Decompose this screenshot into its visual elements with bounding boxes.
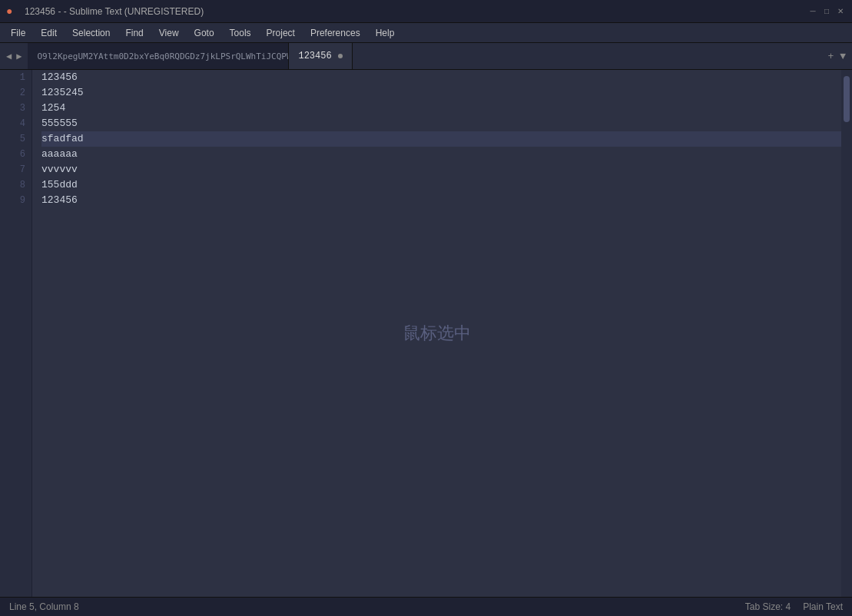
tab-list-button[interactable]: ▼ xyxy=(840,51,846,62)
file-encoding[interactable]: Plain Text xyxy=(803,601,843,612)
menu-project[interactable]: Project xyxy=(259,26,303,40)
tab-nav-left[interactable]: ◀ ▶ xyxy=(0,43,28,69)
app-icon: ● xyxy=(6,5,18,18)
line-number: 7 xyxy=(0,162,31,177)
close-button[interactable]: ✕ xyxy=(835,6,846,17)
menu-preferences[interactable]: Preferences xyxy=(303,26,368,40)
scrollbar-thumb[interactable] xyxy=(844,76,850,122)
new-tab-button[interactable]: + xyxy=(827,51,834,62)
menu-help[interactable]: Help xyxy=(368,26,403,40)
status-bar: Line 5, Column 8 Tab Size: 4 Plain Text xyxy=(0,597,852,616)
line-numbers: 123456789 xyxy=(0,70,32,597)
maximize-button[interactable]: □ xyxy=(821,6,832,17)
window-controls[interactable]: ─ □ ✕ xyxy=(807,6,846,17)
menu-file[interactable]: File xyxy=(3,26,33,40)
file-tab-long[interactable]: O9l2KpegUM2YAttm0D2bxYeBq0RQDGDz7jkLPSrQ… xyxy=(28,43,289,69)
cursor-position: Line 5, Column 8 xyxy=(9,601,79,612)
tab-arrow-right[interactable]: ▶ xyxy=(15,51,23,62)
file-tab-short-label: 123456 xyxy=(298,51,331,61)
title-bar: ● 123456 - - Sublime Text (UNREGISTERED)… xyxy=(0,0,852,23)
code-line[interactable]: 1254 xyxy=(41,101,841,116)
line-number: 8 xyxy=(0,177,31,193)
tab-bar-right[interactable]: + ▼ xyxy=(821,43,852,69)
line-number: 2 xyxy=(0,85,31,101)
code-line[interactable]: sfadfad xyxy=(41,131,841,147)
line-number: 9 xyxy=(0,193,31,208)
minimize-button[interactable]: ─ xyxy=(807,6,818,17)
code-line[interactable]: aaaaaa xyxy=(41,147,841,162)
tab-size[interactable]: Tab Size: 4 xyxy=(745,601,791,612)
code-line[interactable]: 123456 xyxy=(41,70,841,85)
status-right: Tab Size: 4 Plain Text xyxy=(745,601,843,612)
status-left: Line 5, Column 8 xyxy=(9,601,79,612)
center-text: 鼠标选中 xyxy=(403,322,471,345)
menu-tools[interactable]: Tools xyxy=(222,26,259,40)
menu-bar: File Edit Selection Find View Goto Tools… xyxy=(0,23,852,43)
code-line[interactable]: 555555 xyxy=(41,116,841,131)
editor-area[interactable]: 123456789 12345612352451254555555sfadfad… xyxy=(0,70,852,597)
tab-bar: ◀ ▶ O9l2KpegUM2YAttm0D2bxYeBq0RQDGDz7jkL… xyxy=(0,43,852,70)
tab-modified-dot xyxy=(338,54,343,58)
line-number: 4 xyxy=(0,116,31,131)
tab-nav-arrows[interactable]: ◀ ▶ xyxy=(5,51,23,62)
title-bar-left: ● 123456 - - Sublime Text (UNREGISTERED) xyxy=(6,5,204,18)
menu-selection[interactable]: Selection xyxy=(65,26,118,40)
tab-arrow-left[interactable]: ◀ xyxy=(5,51,13,62)
menu-edit[interactable]: Edit xyxy=(33,26,65,40)
scrollbar[interactable] xyxy=(841,70,852,597)
menu-goto[interactable]: Goto xyxy=(187,26,222,40)
menu-view[interactable]: View xyxy=(151,26,187,40)
line-number: 1 xyxy=(0,70,31,85)
line-number: 5 xyxy=(0,131,31,147)
line-number: 3 xyxy=(0,101,31,116)
title-text: 123456 - - Sublime Text (UNREGISTERED) xyxy=(25,6,204,17)
menu-find[interactable]: Find xyxy=(118,26,151,40)
code-line[interactable]: 123456 xyxy=(41,193,841,208)
file-tab-short[interactable]: 123456 xyxy=(289,43,352,69)
code-line[interactable]: 1235245 xyxy=(41,85,841,101)
code-line[interactable]: vvvvvv xyxy=(41,162,841,177)
code-line[interactable]: 155ddd xyxy=(41,177,841,193)
file-tab-long-label: O9l2KpegUM2YAttm0D2bxYeBq0RQDGDz7jkLPSrQ… xyxy=(37,51,289,61)
code-area[interactable]: 12345612352451254555555sfadfadaaaaaavvvv… xyxy=(32,70,841,597)
line-number: 6 xyxy=(0,147,31,162)
